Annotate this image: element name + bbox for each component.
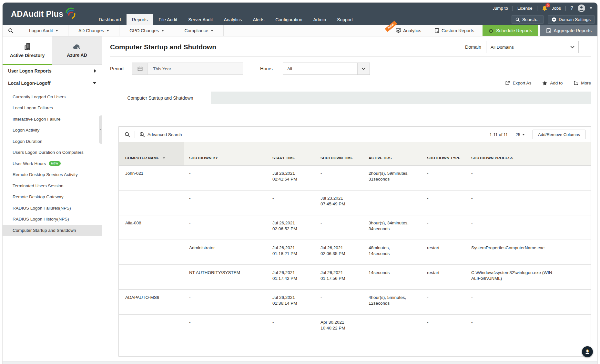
sidebar-item[interactable]: Users Logon Duration on Computers	[3, 147, 102, 158]
nav-item[interactable]: Analytics	[218, 14, 247, 25]
table-row[interactable]: John-021 - Jul 26,2021 02:41:54 PM - 2ho…	[119, 165, 591, 190]
app-window: ADAudit Plus Jump to License	[2, 2, 598, 364]
cell-shutdown-by: Administrator	[189, 245, 215, 250]
sidebar-item[interactable]: Remote Desktop Gateway	[3, 192, 102, 203]
sidebar-item-label: Remote Desktop Services Activity	[13, 172, 78, 177]
report-menu-dropdown[interactable]: Compliance	[174, 25, 224, 36]
hours-select[interactable]: All	[283, 63, 370, 75]
table-row[interactable]: - - Apr 30,2021 10:40:22 PM - -	[119, 314, 591, 339]
cell-start-time: -	[272, 320, 274, 325]
column-search-icon[interactable]	[121, 132, 133, 137]
page-size-select[interactable]: 25	[515, 132, 524, 137]
column-header[interactable]: SHUTDOWN TYPE	[422, 142, 466, 165]
sidebar-group-local-logon-logoff[interactable]: Local Logon-Logoff	[3, 77, 102, 89]
column-header[interactable]: START TIME	[267, 142, 315, 165]
schedule-reports-button[interactable]: Schedule Reports	[483, 25, 538, 36]
app-logo[interactable]: ADAudit Plus	[3, 3, 91, 25]
nav-item[interactable]: File Audit	[153, 14, 183, 25]
sidebar-item[interactable]: Currently Logged On Users	[3, 91, 102, 103]
nav-item[interactable]: Support	[331, 14, 358, 25]
sidebar-item[interactable]: Computer Startup and Shutdown	[3, 225, 102, 236]
help-button[interactable]: ?	[570, 5, 573, 11]
report-search-icon[interactable]	[3, 25, 19, 36]
column-header[interactable]: SHUTDOWN TIME	[315, 142, 363, 165]
advanced-search-button[interactable]: Advanced Search	[136, 132, 185, 137]
column-header-label: ACTIVE HRS	[369, 156, 392, 160]
global-search-button[interactable]: Search...	[512, 15, 544, 24]
nav-item[interactable]: Admin	[308, 14, 332, 25]
cell-start-time: -	[272, 196, 274, 201]
document-star-icon	[546, 28, 551, 33]
custom-reports-button[interactable]: Custom Reports	[426, 25, 483, 36]
report-menu-dropdown[interactable]: AD Changes	[68, 25, 119, 36]
cell-computer-name: John-021	[125, 171, 143, 176]
notifications-button[interactable]: 3	[542, 5, 547, 11]
jump-to-link[interactable]: Jump to	[493, 6, 508, 11]
period-picker[interactable]: This Year	[132, 63, 243, 75]
search-icon	[125, 132, 130, 137]
domain-select[interactable]: All Domains	[486, 41, 579, 53]
sidebar-item[interactable]: Interactive Logon Failure	[3, 113, 102, 125]
advanced-search-label: Advanced Search	[147, 132, 182, 137]
body-row: Active Directory Azure AD User Logon Rep…	[3, 36, 597, 361]
sidebar-item[interactable]: RADIUS Logon History(NPS)	[3, 214, 102, 225]
sidebar-item[interactable]: User Work Hours NEW	[3, 158, 102, 169]
add-remove-columns-button[interactable]: Add/Remove Columns	[533, 130, 585, 139]
table-row[interactable]: Administrator Jul 26,2021 01:18:21 PM Ju…	[119, 240, 591, 265]
more-button[interactable]: More	[574, 81, 591, 85]
table-row[interactable]: NT AUTHORITY\SYSTEM Jul 26,2021 01:17:42…	[119, 265, 591, 290]
divider	[135, 131, 135, 138]
table-row[interactable]: - - Jul 23,2021 07:45:49 PM - -	[119, 190, 591, 215]
column-header[interactable]: COMPUTER NAME	[119, 142, 184, 165]
tab-azure-ad[interactable]: Azure AD	[52, 36, 102, 65]
alarm-clock-icon	[488, 28, 493, 33]
tab-label: Active Directory	[10, 53, 45, 58]
report-menu-dropdown[interactable]: Logon Audit	[19, 25, 68, 36]
nav-item[interactable]: Alerts	[247, 14, 270, 25]
analytics-button[interactable]: NEW Analytics	[386, 25, 426, 36]
divider	[537, 6, 537, 11]
table-row[interactable]: Alia-008 - Jul 26,2021 02:06:52 PM - 3ho…	[119, 215, 591, 240]
report-tab-computer-startup-shutdown[interactable]: Computer Startup and Shutdown	[109, 92, 211, 104]
sidebar-collapse-handle[interactable]	[99, 115, 102, 144]
sidebar-item-label: RADIUS Logon Failures(NPS)	[13, 206, 71, 211]
chevron-down-icon[interactable]	[590, 7, 592, 9]
nav-items: Dashboard Reports File Audit Server Audi…	[93, 14, 358, 25]
user-avatar[interactable]	[578, 5, 585, 12]
column-header[interactable]: SHUTDOWN PROCESS	[466, 142, 591, 165]
main-content: Computer Startup and Shutdown Domain All…	[102, 36, 597, 361]
domain-settings-button[interactable]: Domain Settings	[548, 15, 595, 24]
cell-computer-name: ADAPAUTO-MS6	[125, 295, 159, 300]
cell-active-hrs: 4hour(s), 5minutes, 12seconds	[369, 295, 406, 306]
nav-item[interactable]: Dashboard	[93, 14, 127, 25]
user-icon	[578, 5, 585, 12]
table-row[interactable]: ADAPAUTO-MS6 - Jul 26,2021 01:36:14 PM -…	[119, 290, 591, 314]
search-icon	[8, 28, 14, 34]
sidebar-item[interactable]: Logon Activity	[3, 125, 102, 136]
sidebar-group-user-logon-reports[interactable]: User Logon Reports	[3, 65, 102, 77]
chevron-down-icon	[357, 63, 370, 74]
nav-item[interactable]: Configuration	[270, 14, 308, 25]
schedule-reports-label: Schedule Reports	[496, 28, 532, 33]
column-header[interactable]: ACTIVE HRS	[363, 142, 422, 165]
sidebar-item[interactable]: Remote Desktop Services Activity	[3, 169, 102, 181]
column-header[interactable]: SHUTDOWN BY	[184, 142, 267, 165]
report-menu-dropdown[interactable]: GPO Changes	[119, 25, 174, 36]
sidebar-item[interactable]: Terminated Users Session	[3, 180, 102, 192]
aggregate-reports-button[interactable]: Aggregate Reports	[540, 25, 597, 36]
nav-item[interactable]: Server Audit	[183, 14, 218, 25]
cell-start-time: Jul 26,2021 01:36:14 PM	[272, 295, 297, 306]
cell-shutdown-time: -	[320, 221, 322, 225]
nav-item[interactable]: Reports	[127, 14, 153, 25]
add-to-button[interactable]: Add to	[542, 81, 563, 85]
chevron-down-icon	[522, 134, 525, 135]
sidebar-item[interactable]: Logon Duration	[3, 136, 102, 147]
support-chat-button[interactable]	[582, 346, 593, 357]
license-link[interactable]: License	[517, 6, 533, 11]
tab-active-directory[interactable]: Active Directory	[3, 36, 52, 65]
jobs-link[interactable]: Jobs	[552, 6, 561, 11]
report-actions: Export As Add to	[110, 79, 591, 86]
export-as-button[interactable]: Export As	[505, 81, 531, 85]
sidebar-item[interactable]: RADIUS Logon Failures(NPS)	[3, 202, 102, 214]
sidebar-item[interactable]: Local Logon Failures	[3, 103, 102, 114]
